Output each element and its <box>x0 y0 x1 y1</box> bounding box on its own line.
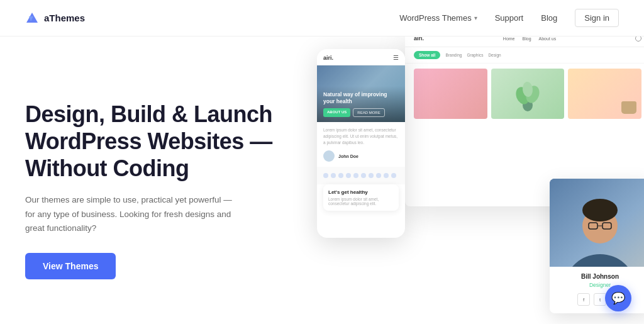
facebook-btn[interactable]: f <box>577 293 590 306</box>
nav-blog[interactable]: Blog <box>541 13 557 23</box>
small-dot <box>384 173 389 178</box>
small-dot <box>338 173 343 178</box>
logo-text: aThemes <box>44 13 85 23</box>
small-dot <box>376 173 381 178</box>
logo[interactable]: aThemes <box>25 11 85 25</box>
hero-section: Design, Build & Launch WordPress Website… <box>0 36 644 324</box>
view-themes-button[interactable]: View Themes <box>25 253 116 279</box>
svg-point-9 <box>582 199 618 221</box>
small-dot <box>391 173 396 178</box>
person-info: Bill Johnson Designer f t G+ <box>550 267 644 313</box>
phone-footer-sub: Lorem ipsum dolor sit amet, consectetur … <box>328 197 394 206</box>
plant-icon <box>515 77 540 111</box>
small-dot <box>346 173 351 178</box>
desktop-nav-blog: Blog <box>523 36 531 41</box>
phone-about-btn: ABOUT US <box>323 108 350 117</box>
phone-hero-overlay: Natural way of improving your health ABO… <box>317 86 405 122</box>
hero-title: Design, Build & Launch WordPress Website… <box>25 101 277 182</box>
phone-more-btn: READ MORE <box>353 108 384 117</box>
phone-footer-card: Let's get healthy Lorem ipsum dolor sit … <box>323 184 399 211</box>
desktop-grid <box>405 64 644 124</box>
filter-graphics: Graphics <box>467 53 483 57</box>
logo-icon <box>25 11 39 25</box>
small-dot <box>353 173 358 178</box>
desktop-nav-about: About us <box>539 36 557 41</box>
phone-content: Lorem ipsum dolor sit amet, consectetur … <box>317 122 405 167</box>
chat-bubble[interactable]: 💬 <box>605 285 631 311</box>
phone-avatar-row: John Doe <box>323 150 399 162</box>
phone-logo: airi. <box>323 55 333 61</box>
grid-image-3 <box>568 69 641 119</box>
nav-links: WordPress Themes Support Blog Sign in <box>399 9 619 27</box>
hero-subtitle: Our themes are simple to use, practical … <box>25 193 239 235</box>
avatar <box>323 150 335 162</box>
grid-image-1 <box>414 69 487 119</box>
phone-hero-text: Natural way of improving your health <box>323 91 399 105</box>
small-dot <box>369 173 374 178</box>
desktop-search-icon <box>635 36 641 42</box>
coffee-cup-icon <box>621 101 636 114</box>
filter-show-all: Show all <box>414 51 440 59</box>
phone-dots-section <box>317 167 405 184</box>
hero-mockups: airi. Home Blog About us Show all Brandi… <box>292 36 644 324</box>
filter-branding: Branding <box>445 53 462 57</box>
nav-wordpress-themes[interactable]: WordPress Themes <box>399 13 477 23</box>
phone-header: airi. ☰ <box>317 49 405 65</box>
desktop-nav-home: Home <box>503 36 515 41</box>
desktop-nav-links: Home Blog About us <box>503 36 556 41</box>
person-photo <box>550 179 644 267</box>
desktop-filter-row: Show all Branding Graphics Design <box>405 47 644 64</box>
person-role: Designer <box>558 282 641 288</box>
small-dot <box>323 173 328 178</box>
twitter-btn[interactable]: t <box>594 293 606 306</box>
desktop-logo: airi. <box>414 36 424 42</box>
hero-text-block: Design, Build & Launch WordPress Website… <box>25 101 277 279</box>
small-dot <box>361 173 366 178</box>
phone-lorem-text: Lorem ipsum dolor sit amet, consectetur … <box>323 127 399 145</box>
chat-icon: 💬 <box>611 291 625 305</box>
avatar-name: John Doe <box>338 154 358 159</box>
menu-icon: ☰ <box>393 54 399 61</box>
phone-mockup: airi. ☰ Natural way of improving your he… <box>317 49 405 238</box>
filter-design: Design <box>488 53 501 57</box>
nav-support[interactable]: Support <box>495 13 524 23</box>
nav-signin[interactable]: Sign in <box>575 9 619 27</box>
desktop-mockup-nav: airi. Home Blog About us <box>405 36 644 47</box>
person-name: Bill Johnson <box>558 273 641 280</box>
phone-hero-image: Natural way of improving your health ABO… <box>317 65 405 122</box>
grid-image-2 <box>491 69 565 119</box>
small-dot <box>331 173 336 178</box>
phone-footer-title: Let's get healthy <box>328 189 394 195</box>
phone-hero-buttons: ABOUT US READ MORE <box>323 108 399 117</box>
navigation: aThemes WordPress Themes Support Blog Si… <box>0 0 644 36</box>
person-silhouette <box>550 179 644 267</box>
